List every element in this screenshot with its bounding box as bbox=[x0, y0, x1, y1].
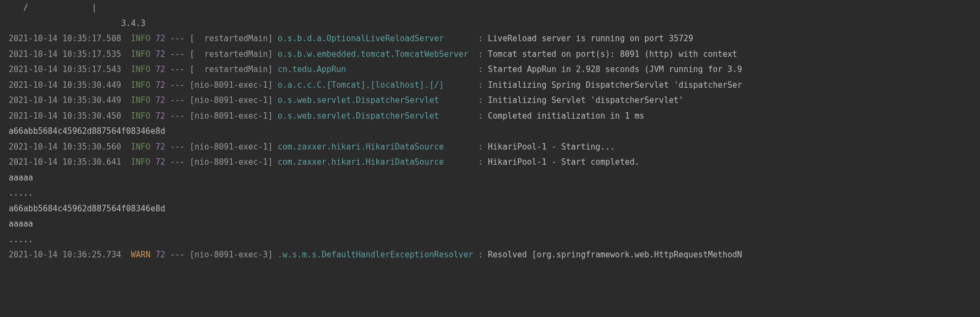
thread: [ restartedMain] bbox=[190, 64, 273, 74]
logger-class: o.s.web.servlet.DispatcherServlet bbox=[278, 95, 473, 105]
log-level: INFO bbox=[131, 49, 151, 59]
pid: 72 bbox=[155, 80, 165, 90]
timestamp: 2021-10-14 10:35:30.641 bbox=[9, 157, 121, 167]
logger-class: o.s.b.w.embedded.tomcat.TomcatWebServer bbox=[278, 49, 473, 59]
colon: : bbox=[478, 111, 483, 121]
pid: 72 bbox=[155, 157, 165, 167]
log-line: 2021-10-14 10:36:25.734 WARN 72 --- [nio… bbox=[9, 247, 971, 263]
colon: : bbox=[478, 250, 483, 260]
log-line: a66abb5684c45962d887564f08346e8d bbox=[9, 124, 971, 139]
log-message: HikariPool-1 - Starting... bbox=[488, 142, 615, 152]
colon: : bbox=[478, 64, 483, 74]
log-message: Started AppRun in 2.928 seconds (JVM run… bbox=[488, 64, 742, 74]
log-line: 2021-10-14 10:35:17.508 INFO 72 --- [ re… bbox=[9, 31, 971, 47]
separator: --- bbox=[170, 250, 185, 260]
log-line: 2021-10-14 10:35:30.450 INFO 72 --- [nio… bbox=[9, 108, 971, 124]
thread: [nio-8091-exec-1] bbox=[190, 111, 273, 121]
log-line: 2021-10-14 10:35:30.449 INFO 72 --- [nio… bbox=[9, 77, 971, 93]
timestamp: 2021-10-14 10:36:25.734 bbox=[9, 250, 121, 260]
separator: --- bbox=[170, 80, 185, 90]
logger-class: o.a.c.c.C.[Tomcat].[localhost].[/] bbox=[278, 80, 473, 90]
timestamp: 2021-10-14 10:35:30.560 bbox=[9, 142, 121, 152]
log-level: INFO bbox=[131, 95, 151, 105]
log-line: 2021-10-14 10:35:30.449 INFO 72 --- [nio… bbox=[9, 93, 971, 108]
colon: : bbox=[478, 80, 483, 90]
log-message: Initializing Servlet 'dispatcherServlet' bbox=[488, 95, 683, 105]
log-level: INFO bbox=[131, 80, 151, 90]
separator: --- bbox=[170, 111, 185, 121]
separator: --- bbox=[170, 49, 185, 59]
plain-output: aaaaa bbox=[9, 173, 33, 183]
log-level: INFO bbox=[131, 157, 151, 167]
logger-class: cn.tedu.AppRun bbox=[278, 64, 473, 74]
log-line: 2021-10-14 10:35:17.543 INFO 72 --- [ re… bbox=[9, 62, 971, 77]
log-line: 2021-10-14 10:35:30.560 INFO 72 --- [nio… bbox=[9, 139, 971, 155]
log-level: INFO bbox=[131, 111, 151, 121]
thread: [ restartedMain] bbox=[190, 34, 273, 43]
logger-class: o.s.b.d.a.OptionalLiveReloadServer bbox=[278, 34, 473, 43]
timestamp: 2021-10-14 10:35:17.543 bbox=[9, 64, 121, 74]
pid: 72 bbox=[155, 111, 165, 121]
pid: 72 bbox=[155, 49, 165, 59]
banner-line-1: / | bbox=[9, 0, 971, 16]
logger-class: .w.s.m.s.DefaultHandlerExceptionResolver bbox=[278, 250, 473, 260]
log-message: Completed initialization in 1 ms bbox=[488, 111, 644, 121]
log-message: HikariPool-1 - Start completed. bbox=[488, 157, 639, 167]
console-output: / | 3.4.3 2021-10-14 10:35:17.508 INFO 7… bbox=[0, 0, 980, 263]
pid: 72 bbox=[155, 95, 165, 105]
pid: 72 bbox=[155, 34, 165, 43]
separator: --- bbox=[170, 64, 185, 74]
log-message: Initializing Spring DispatcherServlet 'd… bbox=[488, 80, 742, 90]
thread: [nio-8091-exec-1] bbox=[190, 80, 273, 90]
log-level: INFO bbox=[131, 142, 151, 152]
log-level: INFO bbox=[131, 34, 151, 43]
logger-class: com.zaxxer.hikari.HikariDataSource bbox=[278, 157, 473, 167]
colon: : bbox=[478, 49, 483, 59]
timestamp: 2021-10-14 10:35:30.450 bbox=[9, 111, 121, 121]
colon: : bbox=[478, 142, 483, 152]
log-level: WARN bbox=[131, 250, 151, 260]
plain-output: a66abb5684c45962d887564f08346e8d bbox=[9, 126, 165, 136]
log-line: aaaaa bbox=[9, 170, 971, 186]
thread: [nio-8091-exec-3] bbox=[190, 250, 273, 260]
banner-line-2: 3.4.3 bbox=[9, 16, 971, 31]
timestamp: 2021-10-14 10:35:17.508 bbox=[9, 34, 121, 43]
pid: 72 bbox=[155, 64, 165, 74]
log-level: INFO bbox=[131, 64, 151, 74]
log-message: Tomcat started on port(s): 8091 (http) w… bbox=[488, 49, 742, 59]
separator: --- bbox=[170, 95, 185, 105]
plain-output: ..... bbox=[9, 188, 33, 198]
thread: [nio-8091-exec-1] bbox=[190, 95, 273, 105]
log-line: a66abb5684c45962d887564f08346e8d bbox=[9, 201, 971, 217]
logger-class: o.s.web.servlet.DispatcherServlet bbox=[278, 111, 473, 121]
log-line: ..... bbox=[9, 232, 971, 248]
plain-output: aaaaa bbox=[9, 219, 33, 229]
log-line: 2021-10-14 10:35:30.641 INFO 72 --- [nio… bbox=[9, 154, 971, 170]
thread: [nio-8091-exec-1] bbox=[190, 157, 273, 167]
timestamp: 2021-10-14 10:35:30.449 bbox=[9, 80, 121, 90]
pid: 72 bbox=[155, 142, 165, 152]
pid: 72 bbox=[155, 250, 165, 260]
separator: --- bbox=[170, 34, 185, 43]
logger-class: com.zaxxer.hikari.HikariDataSource bbox=[278, 142, 473, 152]
thread: [nio-8091-exec-1] bbox=[190, 142, 273, 152]
separator: --- bbox=[170, 157, 185, 167]
plain-output: ..... bbox=[9, 235, 33, 244]
log-line: ..... bbox=[9, 185, 971, 201]
separator: --- bbox=[170, 142, 185, 152]
timestamp: 2021-10-14 10:35:30.449 bbox=[9, 95, 121, 105]
colon: : bbox=[478, 34, 483, 43]
log-message: Resolved [org.springframework.web.HttpRe… bbox=[488, 250, 742, 260]
timestamp: 2021-10-14 10:35:17.535 bbox=[9, 49, 121, 59]
colon: : bbox=[478, 157, 483, 167]
log-line: 2021-10-14 10:35:17.535 INFO 72 --- [ re… bbox=[9, 47, 971, 62]
plain-output: a66abb5684c45962d887564f08346e8d bbox=[9, 204, 165, 214]
thread: [ restartedMain] bbox=[190, 49, 273, 59]
colon: : bbox=[478, 95, 483, 105]
log-message: LiveReload server is running on port 357… bbox=[488, 34, 693, 43]
log-line: aaaaa bbox=[9, 216, 971, 232]
